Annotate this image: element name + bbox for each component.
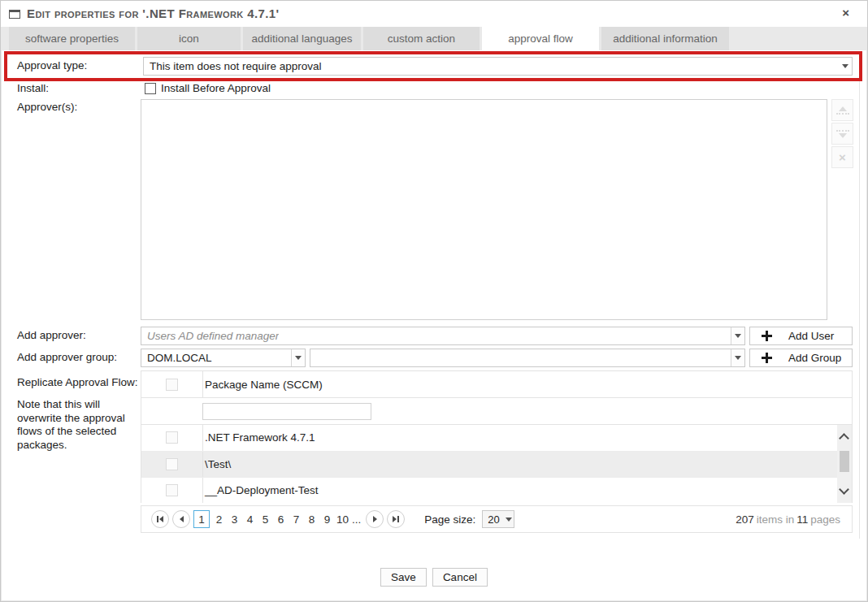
approval-type-dropdown[interactable]: This item does not require approval: [143, 57, 853, 76]
last-page-icon: [393, 516, 397, 522]
install-checkbox-label: Install Before Approval: [161, 82, 271, 94]
domain-dropdown[interactable]: DOM.LOCAL: [141, 349, 306, 367]
add-user-button[interactable]: Add User: [749, 327, 853, 345]
install-label: Install:: [17, 82, 49, 94]
page-number[interactable]: 7: [289, 510, 304, 528]
tab-icon[interactable]: icon: [137, 27, 241, 50]
page-size-dropdown[interactable]: 20: [482, 510, 514, 528]
replicate-note: Note that this will overwrite the approv…: [17, 398, 147, 452]
dialog-title: Edit properties for '.NET Framework 4.7.…: [27, 6, 280, 20]
tab-software-properties[interactable]: software properties: [9, 27, 135, 50]
table-row[interactable]: \Test\: [141, 451, 852, 477]
page-number[interactable]: 8: [304, 510, 319, 528]
delete-icon: ×: [839, 152, 846, 163]
plus-icon: [762, 331, 772, 341]
add-approver-group-label: Add approver group:: [17, 351, 117, 363]
prev-page-button[interactable]: [172, 510, 190, 528]
plus-icon: [762, 353, 772, 363]
package-name-cell: .NET Framework 4.7.1: [205, 431, 315, 444]
add-user-button-label: Add User: [788, 330, 834, 342]
window-icon: [9, 10, 20, 19]
scrollbar-thumb[interactable]: [840, 451, 849, 472]
chevron-down-icon: [506, 518, 512, 522]
add-approver-placeholder: Users AD defined manager: [141, 330, 279, 342]
chevron-down-icon: [842, 64, 848, 68]
prev-page-icon: [180, 516, 184, 522]
table-header-row: Package Name (SCCM): [141, 371, 852, 398]
packages-table: Package Name (SCCM) .NET Framework 4.7.1…: [141, 370, 853, 503]
column-header-package-name: Package Name (SCCM): [205, 379, 323, 391]
save-button[interactable]: Save: [380, 568, 427, 587]
table-row[interactable]: __AD-Deployment-Test: [141, 477, 852, 503]
last-page-button[interactable]: [387, 510, 405, 528]
approvers-listbox[interactable]: [141, 99, 827, 320]
package-name-filter-input[interactable]: [202, 403, 371, 420]
add-group-button[interactable]: Add Group: [749, 349, 853, 367]
page-number[interactable]: 6: [273, 510, 289, 528]
approval-type-label: Approval type:: [17, 59, 87, 71]
page-size-value: 20: [488, 513, 499, 526]
edit-properties-dialog: Edit properties for '.NET Framework 4.7.…: [0, 0, 868, 602]
first-page-button[interactable]: [151, 510, 169, 528]
add-group-button-label: Add Group: [788, 352, 841, 364]
package-name-cell: __AD-Deployment-Test: [205, 484, 319, 496]
cancel-button[interactable]: Cancel: [432, 568, 488, 587]
package-name-cell: \Test\: [205, 458, 231, 470]
title-bar: Edit properties for '.NET Framework 4.7.…: [1, 1, 867, 27]
tab-additional-languages[interactable]: additional languages: [243, 27, 361, 50]
table-row[interactable]: .NET Framework 4.7.1: [141, 425, 852, 451]
first-page-icon: [157, 516, 158, 522]
domain-value: DOM.LOCAL: [141, 352, 212, 364]
pager-summary: 207items in11pages: [733, 513, 840, 526]
page-number[interactable]: 5: [258, 510, 273, 528]
tab-approval-flow[interactable]: approval flow: [482, 27, 599, 50]
page-number[interactable]: 4: [242, 510, 258, 528]
page-number[interactable]: 3: [227, 510, 242, 528]
move-approver-down-button[interactable]: [831, 123, 853, 145]
scroll-up-icon[interactable]: [839, 433, 849, 444]
select-all-checkbox[interactable]: [166, 379, 178, 391]
approvers-label: Approver(s):: [17, 101, 77, 113]
page-number[interactable]: 2: [211, 510, 227, 528]
close-icon[interactable]: ×: [842, 6, 849, 19]
page-ellipsis: ...: [352, 513, 361, 526]
remove-approver-button[interactable]: ×: [831, 146, 853, 168]
install-before-approval-checkbox[interactable]: [145, 83, 156, 94]
chevron-down-icon: [295, 356, 302, 360]
tab-strip: software properties icon additional lang…: [1, 27, 867, 50]
dialog-footer: Save Cancel: [1, 568, 867, 587]
next-page-icon: [373, 516, 377, 522]
page-number[interactable]: 10: [335, 510, 350, 528]
add-approver-combobox[interactable]: Users AD defined manager: [141, 327, 745, 345]
group-combobox[interactable]: [310, 349, 745, 367]
table-scrollbar[interactable]: [837, 425, 852, 503]
page-number-current[interactable]: 1: [193, 510, 210, 528]
tab-additional-information[interactable]: additional information: [601, 27, 729, 50]
replicate-approval-flow-label: Replicate Approval Flow:: [17, 376, 138, 388]
chevron-down-icon: [735, 356, 741, 360]
add-approver-label: Add approver:: [17, 329, 86, 341]
row-checkbox[interactable]: [166, 484, 178, 496]
table-pager: 1 2 3 4 5 6 7 8 9 10 ... Page size: 20 2…: [141, 505, 853, 533]
move-up-icon: [839, 106, 847, 111]
table-filter-row: [141, 398, 852, 425]
move-down-icon: [839, 133, 847, 138]
move-approver-up-button[interactable]: [831, 99, 853, 121]
row-checkbox[interactable]: [166, 431, 178, 444]
chevron-down-icon: [735, 334, 741, 338]
content-gutter-line: [859, 51, 860, 539]
tab-custom-action[interactable]: custom action: [363, 27, 480, 50]
row-checkbox[interactable]: [166, 458, 178, 470]
next-page-button[interactable]: [366, 510, 384, 528]
scroll-down-icon[interactable]: [839, 484, 849, 495]
approval-type-value: This item does not require approval: [144, 60, 322, 72]
page-number[interactable]: 9: [319, 510, 335, 528]
page-size-label: Page size:: [424, 513, 475, 526]
